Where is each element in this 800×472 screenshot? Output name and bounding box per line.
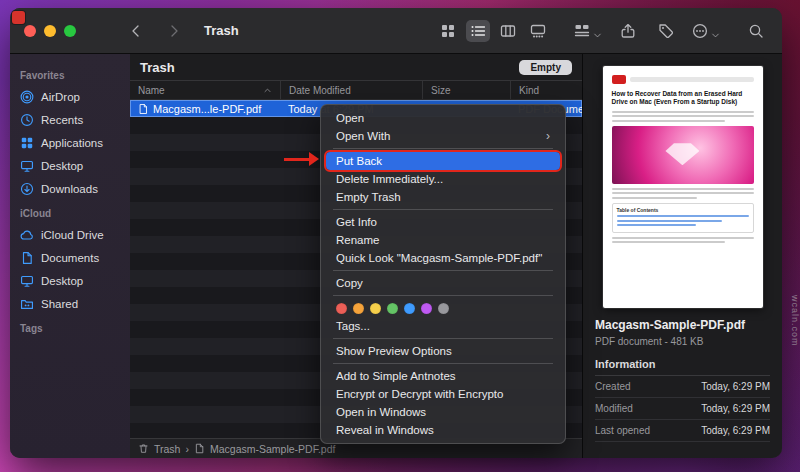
menu-item-reveal-in-windows[interactable]: Reveal in Windows: [326, 421, 560, 439]
folder-title: Trash: [140, 60, 175, 75]
menu-item-show-preview-options[interactable]: Show Preview Options: [326, 342, 560, 360]
submenu-arrow-icon: ›: [546, 129, 550, 143]
tag-color-dot[interactable]: [421, 303, 432, 314]
annotation-arrow: [284, 158, 310, 161]
column-view-icon: [500, 23, 516, 39]
cloud-icon: [20, 228, 34, 242]
menu-item-copy[interactable]: Copy: [326, 274, 560, 292]
sidebar-item-applications[interactable]: Applications: [10, 131, 130, 154]
airdrop-icon: [20, 90, 34, 104]
sidebar-item-icloud-drive[interactable]: iCloud Drive: [10, 223, 130, 246]
icon-view-button[interactable]: [436, 20, 460, 42]
group-button[interactable]: [574, 23, 602, 39]
info-value: Today, 6:29 PM: [701, 381, 770, 392]
menu-item-rename[interactable]: Rename: [326, 231, 560, 249]
tag-color-dot[interactable]: [353, 303, 364, 314]
thumb-toc-box: Table of Contents: [612, 203, 754, 233]
applications-icon: [20, 136, 34, 150]
sidebar-item-label: AirDrop: [41, 91, 80, 103]
minimize-button[interactable]: [44, 25, 56, 37]
tag-color-dot[interactable]: [336, 303, 347, 314]
document-icon: [194, 443, 205, 454]
thumb-logo: [612, 75, 626, 84]
sidebar-item-downloads[interactable]: Downloads: [10, 177, 130, 200]
share-button[interactable]: [616, 20, 640, 42]
column-header-name[interactable]: Name: [130, 81, 280, 99]
column-view-button[interactable]: [496, 20, 520, 42]
menu-item-open-in-windows[interactable]: Open in Windows: [326, 403, 560, 421]
more-actions-button[interactable]: [692, 23, 720, 39]
tag-icon: [658, 23, 674, 39]
sidebar-item-label: iCloud Drive: [41, 229, 104, 241]
grid-view-icon: [440, 23, 456, 39]
menu-item-empty-trash[interactable]: Empty Trash: [326, 188, 560, 206]
menu-item-label: Reveal in Windows: [336, 424, 434, 436]
chevron-down-icon: [711, 26, 720, 35]
information-rows: CreatedToday, 6:29 PMModifiedToday, 6:29…: [595, 376, 770, 442]
document-icon: [20, 251, 34, 265]
search-button[interactable]: [744, 20, 768, 42]
information-title: Information: [595, 358, 770, 376]
traffic-lights: [24, 25, 76, 37]
menu-item-quick-look-macgasm-sample-pdf-pdf[interactable]: Quick Look "Macgasm-Sample-PDF.pdf": [326, 249, 560, 267]
gallery-view-icon: [530, 23, 546, 39]
sidebar-item-documents[interactable]: Documents: [10, 246, 130, 269]
file-name: Macgasm...le-PDF.pdf: [153, 103, 261, 115]
toc-title: Table of Contents: [617, 207, 749, 213]
menu-separator: [333, 363, 553, 364]
column-header-size[interactable]: Size: [422, 81, 510, 99]
menu-item-add-to-simple-antnotes[interactable]: Add to Simple Antnotes: [326, 367, 560, 385]
column-headers: Name Date Modified Size Kind: [130, 80, 582, 100]
menu-item-label: Copy: [336, 277, 363, 289]
sidebar-item-shared[interactable]: Shared: [10, 292, 130, 315]
menu-item-open-with[interactable]: Open With›: [326, 127, 560, 145]
sidebar-item-desktop[interactable]: Desktop: [10, 269, 130, 292]
thumb-header: [612, 75, 754, 84]
tag-color-dot[interactable]: [404, 303, 415, 314]
sidebar-item-airdrop[interactable]: AirDrop: [10, 85, 130, 108]
trash-icon: [138, 443, 149, 454]
sidebar-item-recents[interactable]: Recents: [10, 108, 130, 131]
breadcrumb-file[interactable]: Macgasm-Sample-PDF.pdf: [210, 443, 335, 455]
sidebar-section-title: Favorites: [10, 62, 130, 85]
menu-item-tags[interactable]: Tags...: [326, 317, 560, 335]
context-menu: OpenOpen With›Put BackDelete Immediately…: [320, 104, 566, 444]
forward-icon[interactable]: [166, 23, 182, 39]
column-label: Name: [138, 85, 165, 96]
menu-item-label: Quick Look "Macgasm-Sample-PDF.pdf": [336, 252, 542, 264]
menu-item-open[interactable]: Open: [326, 109, 560, 127]
downloads-icon: [20, 182, 34, 196]
menu-item-encrypt-or-decrypt-with-encrypto[interactable]: Encrypt or Decrypt with Encrypto: [326, 385, 560, 403]
menu-item-label: Open: [336, 112, 364, 124]
menu-item-delete-immediately[interactable]: Delete Immediately...: [326, 170, 560, 188]
tags-button[interactable]: [654, 20, 678, 42]
close-button[interactable]: [24, 25, 36, 37]
tag-color-dot[interactable]: [438, 303, 449, 314]
desktop-icon: [20, 274, 34, 288]
tag-color-dot[interactable]: [387, 303, 398, 314]
menu-tag-colors: [321, 299, 565, 317]
sidebar: FavoritesAirDropRecentsApplicationsDeskt…: [10, 54, 130, 458]
breadcrumb-trash[interactable]: Trash: [154, 443, 180, 455]
pdf-thumbnail[interactable]: How to Recover Data from an Erased Hard …: [603, 66, 763, 308]
menu-item-put-back[interactable]: Put Back: [326, 152, 560, 170]
desktop-wallpaper: { "colors": { "selection_blue": "#1f63d8…: [0, 0, 800, 472]
sidebar-item-desktop[interactable]: Desktop: [10, 154, 130, 177]
list-view-button[interactable]: [466, 20, 490, 42]
empty-trash-button[interactable]: Empty: [519, 60, 572, 75]
red-corner-badge: [12, 11, 25, 24]
tag-color-dot[interactable]: [370, 303, 381, 314]
back-icon[interactable]: [128, 23, 144, 39]
column-header-kind[interactable]: Kind: [510, 81, 582, 99]
menu-item-label: Rename: [336, 234, 379, 246]
info-row-modified: ModifiedToday, 6:29 PM: [595, 398, 770, 420]
column-header-date-modified[interactable]: Date Modified: [280, 81, 422, 99]
menu-item-label: Open With: [336, 130, 390, 142]
menu-item-get-info[interactable]: Get Info: [326, 213, 560, 231]
menu-separator: [333, 148, 553, 149]
desktop-icon: [20, 159, 34, 173]
breadcrumb-separator: ›: [185, 443, 189, 455]
zoom-button[interactable]: [64, 25, 76, 37]
menu-item-label: Get Info: [336, 216, 377, 228]
gallery-view-button[interactable]: [526, 20, 550, 42]
